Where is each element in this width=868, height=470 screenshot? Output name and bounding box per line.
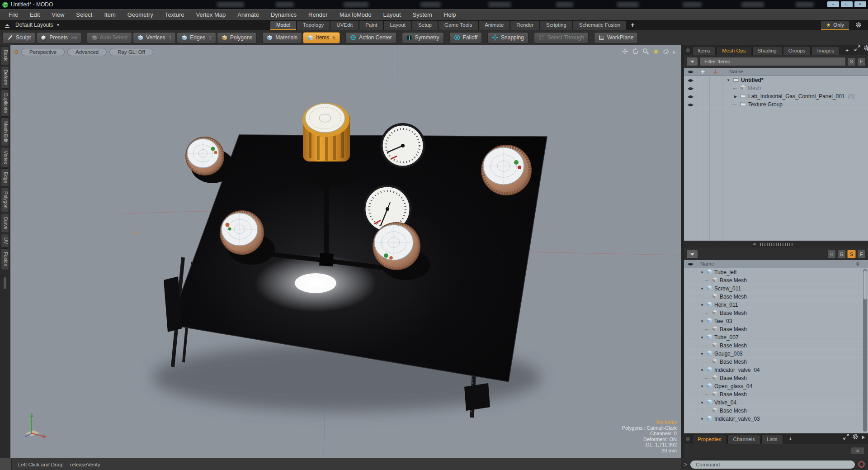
- menu-help[interactable]: Help: [438, 9, 462, 20]
- sort-icon[interactable]: [856, 262, 860, 267]
- layout-tab-schematic-fusion[interactable]: Schematic Fusion: [573, 21, 626, 30]
- menu-texture[interactable]: Texture: [159, 9, 190, 20]
- menu-render[interactable]: Render: [302, 9, 334, 20]
- mesh-op-child-row[interactable]: Base Mesh: [684, 374, 868, 382]
- scrollbar-thumb[interactable]: [863, 271, 867, 299]
- itempanel-tab-mesh-ops[interactable]: Mesh Ops: [717, 46, 751, 55]
- side-tab-duplicate[interactable]: Duplicate: [1, 90, 9, 117]
- mesh-op-child-row[interactable]: Base Mesh: [684, 358, 868, 366]
- snapping-button[interactable]: Snapping: [487, 32, 528, 43]
- layout-gear-icon[interactable]: [855, 22, 862, 30]
- side-tab-curve[interactable]: Curve: [1, 213, 9, 233]
- filter-f-button[interactable]: F: [857, 57, 866, 66]
- menu-view[interactable]: View: [46, 9, 70, 20]
- auto-select-button[interactable]: Auto Select: [87, 32, 132, 43]
- mesh-op-child-row[interactable]: Base Mesh: [684, 293, 868, 301]
- itempanel-tab-groups[interactable]: Groups: [783, 46, 811, 55]
- panel-divider[interactable]: [684, 241, 868, 248]
- select-through-button[interactable]: Select Through: [534, 32, 589, 43]
- ops-filter-h-button[interactable]: H: [827, 250, 836, 258]
- layout-tab-topology[interactable]: Topology: [297, 21, 330, 30]
- layout-tab-layout[interactable]: Layout: [384, 21, 411, 30]
- layout-tab-animate[interactable]: Animate: [479, 21, 509, 30]
- viewport-perspective-button[interactable]: Perspective: [21, 48, 65, 56]
- mesh-op-child-row[interactable]: Base Mesh: [684, 309, 868, 317]
- falloff-button[interactable]: Falloff: [449, 32, 482, 43]
- sculpt-button[interactable]: Sculpt: [2, 32, 35, 43]
- viewport-state-dot[interactable]: [14, 50, 18, 54]
- default-layouts-button[interactable]: Default Layouts ▼: [15, 20, 60, 30]
- item-tree-row[interactable]: ▼ Untitled*: [684, 76, 868, 84]
- mesh-op-row[interactable]: ▼Open_glass_04: [684, 382, 868, 390]
- mesh-op-child-row[interactable]: Base Mesh: [684, 276, 868, 285]
- ops-filter-f-button[interactable]: F: [857, 250, 866, 258]
- side-tab-polygon[interactable]: Polygon: [1, 188, 9, 212]
- layout-tab-game-tools[interactable]: Game Tools: [439, 21, 478, 30]
- mesh-op-row[interactable]: ▼Indicator_valve_03: [684, 415, 868, 423]
- itempanel-tab-items[interactable]: Items: [692, 46, 716, 55]
- mesh-op-row[interactable]: ▼Tee_03: [684, 317, 868, 325]
- action-center-button[interactable]: Action Center: [345, 32, 396, 43]
- items-button[interactable]: Items5: [303, 32, 340, 43]
- mesh-op-row[interactable]: ▼Gauge_003: [684, 350, 868, 358]
- layout-tab-scripting[interactable]: Scripting: [540, 21, 572, 30]
- side-tab-uv[interactable]: UV: [1, 234, 9, 248]
- mesh-op-row[interactable]: ▼Helix_011: [684, 301, 868, 309]
- name-column-header[interactable]: Name: [729, 69, 743, 74]
- mesh-op-row[interactable]: ▼Screw_011: [684, 285, 868, 293]
- command-input[interactable]: Command: [690, 461, 855, 469]
- record-macro-button[interactable]: [858, 461, 865, 468]
- viewport-ray-gl-off-button[interactable]: Ray GL: Off: [109, 48, 153, 56]
- gear-icon[interactable]: [863, 45, 868, 53]
- filter-items-input[interactable]: Filter Items: [699, 57, 846, 66]
- menu-animate[interactable]: Animate: [231, 9, 265, 20]
- filter-s-button[interactable]: S: [847, 57, 856, 66]
- mesh-op-row[interactable]: ▼Tube_007: [684, 333, 868, 342]
- ops-filter-g-button[interactable]: G: [837, 250, 846, 258]
- close-button[interactable]: ×: [854, 1, 866, 7]
- ops-name-column-header[interactable]: Name: [700, 261, 714, 266]
- minimize-button[interactable]: –: [827, 1, 839, 7]
- expand-icon[interactable]: [843, 433, 849, 442]
- layout-tab-render[interactable]: Render: [510, 21, 539, 30]
- menu-dynamics[interactable]: Dynamics: [265, 9, 302, 20]
- zoom-icon[interactable]: [642, 48, 649, 57]
- gear-icon[interactable]: [663, 48, 669, 57]
- bottompanel-collapse-widget[interactable]: [686, 437, 690, 441]
- menu-edit[interactable]: Edit: [24, 9, 46, 20]
- layout-tab-paint[interactable]: Paint: [359, 21, 383, 30]
- side-tab-mesh-edit[interactable]: Mesh Edit: [1, 118, 9, 146]
- only-toggle[interactable]: ★ Only: [821, 21, 849, 30]
- gear-icon[interactable]: [852, 433, 859, 442]
- mesh-op-child-row[interactable]: Base Mesh: [684, 407, 868, 415]
- chevron-right-icon[interactable]: [862, 433, 865, 442]
- orbit-icon[interactable]: [632, 48, 639, 57]
- layout-tab-model[interactable]: Model: [270, 21, 296, 30]
- bottompanel-tab-add[interactable]: +: [784, 435, 797, 444]
- mesh-op-child-row[interactable]: Base Mesh: [684, 342, 868, 350]
- menu-geometry[interactable]: Geometry: [122, 9, 159, 20]
- side-panel-handle[interactable]: [4, 277, 6, 289]
- menu-system[interactable]: System: [407, 9, 438, 20]
- menu-layout[interactable]: Layout: [377, 9, 406, 20]
- viewport-3d-scene[interactable]: [10, 45, 681, 458]
- item-tree-row[interactable]: ▶ Lab_Industrial_Gas_Control_Panel_001 (…: [684, 92, 868, 100]
- layout-tab-add[interactable]: +: [627, 21, 638, 30]
- mesh-op-child-row[interactable]: Base Mesh: [684, 325, 868, 333]
- polygons-button[interactable]: Polygons: [217, 32, 257, 43]
- menu-item[interactable]: Item: [98, 9, 121, 20]
- presets-button[interactable]: PresetsF6: [36, 32, 81, 43]
- more-button[interactable]: »: [851, 447, 864, 455]
- item-tree-row[interactable]: Mesh: [684, 84, 868, 92]
- menu-maxtomodo[interactable]: MaxToModo: [334, 9, 377, 20]
- side-tab-vertex[interactable]: Vertex: [1, 147, 9, 168]
- side-tab-fusion[interactable]: Fusion: [1, 248, 9, 270]
- side-tab-edge[interactable]: Edge: [1, 168, 9, 187]
- eject-icon[interactable]: [5, 22, 10, 30]
- layout-tab-setup[interactable]: Setup: [412, 21, 438, 30]
- itempanel-collapse-widget[interactable]: [686, 48, 690, 52]
- chevron-right-icon[interactable]: [673, 48, 676, 57]
- add-item-caret-button[interactable]: [686, 57, 698, 66]
- itempanel-tab-images[interactable]: Images: [811, 46, 840, 55]
- itempanel-tab-add[interactable]: +: [840, 46, 854, 55]
